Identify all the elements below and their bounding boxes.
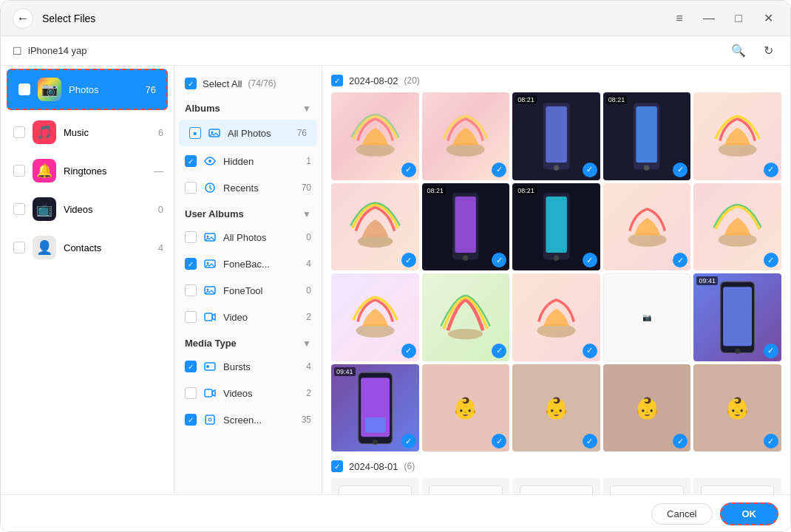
date-header-1[interactable]: ✓ 2024-08-01 (6) [331, 460, 781, 472]
videos-label: Videos [64, 204, 158, 215]
photo-cell[interactable]: ✓ [603, 183, 691, 271]
photo-cell[interactable]: ✓ [331, 273, 419, 361]
ok-button[interactable]: OK [720, 502, 779, 525]
close-button[interactable]: ✕ [758, 8, 778, 29]
user-album-fonetool[interactable]: FoneTool 0 [174, 277, 322, 304]
svg-rect-43 [365, 417, 385, 433]
album-hidden[interactable]: ✓ Hidden 1 [174, 148, 322, 174]
photo-cell[interactable]: 👶 ✓ [603, 364, 691, 452]
photo-cell[interactable]: ✓ [512, 273, 600, 361]
album-recents[interactable]: Recents 70 [174, 174, 322, 201]
sidebar-item-contacts[interactable]: 👤 Contacts 4 [1, 228, 174, 267]
photo-cell[interactable]: ✓ [422, 273, 510, 361]
ringtones-checkbox[interactable] [13, 165, 25, 177]
svg-rect-30 [546, 197, 566, 253]
svg-point-35 [448, 329, 483, 339]
date-label-1: 2024-08-01 [349, 461, 398, 472]
user-albums-section-header[interactable]: User Albums ▼ [174, 201, 322, 224]
music-checkbox[interactable] [13, 126, 25, 138]
menu-button[interactable]: ≡ [669, 8, 690, 29]
photo-cell[interactable]: "FoneBackup" vorrebbe accedere ai tuoi c… [422, 478, 510, 494]
all-photos-label: All Photos [228, 128, 291, 139]
maximize-button[interactable]: □ [728, 8, 749, 29]
fonetool-count: 0 [306, 285, 311, 296]
photo-cell[interactable]: ✓ [331, 183, 419, 271]
album-all-photos[interactable]: All Photos 76 [179, 120, 317, 146]
recents-checkbox[interactable] [185, 182, 197, 194]
videos-checkbox[interactable] [13, 203, 25, 215]
photo-cell[interactable]: 👶 ✓ [693, 364, 781, 452]
photo-cell[interactable]: "FoneBackup" desidera accedere ai conten… [512, 478, 600, 494]
bursts-checkbox[interactable]: ✓ [185, 361, 197, 372]
photo-cell[interactable]: 08:21 ✓ [422, 183, 510, 271]
user-album-all-photos[interactable]: All Photos 0 [174, 224, 322, 250]
contacts-icon: 👤 [33, 236, 56, 259]
music-icon: 🎵 [33, 120, 56, 144]
hidden-checkbox[interactable]: ✓ [185, 155, 197, 167]
contacts-checkbox[interactable] [13, 242, 25, 253]
media-videos[interactable]: Videos 2 [174, 380, 322, 406]
photo-cell[interactable]: 📷 [603, 273, 691, 361]
albums-arrow: ▼ [302, 103, 311, 114]
select-all-count: (74/76) [248, 78, 276, 89]
photo-check: ✓ [583, 253, 597, 267]
user-all-photos-checkbox[interactable] [185, 231, 197, 243]
photo-cell[interactable]: "FoneBackup" vorrebbe accedere alle tue … [693, 478, 781, 494]
date-checkbox-1[interactable]: ✓ [331, 460, 343, 472]
maximize-icon: □ [735, 12, 742, 25]
cancel-button[interactable]: Cancel [651, 503, 712, 525]
photo-cell[interactable]: 👶 ✓ [512, 364, 600, 452]
date-header-0[interactable]: ✓ 2024-08-02 (20) [331, 75, 781, 86]
photo-cell[interactable]: ✓ [422, 92, 510, 180]
photo-cell[interactable]: ✓ [693, 92, 781, 180]
media-type-arrow: ▼ [302, 338, 311, 349]
media-videos-checkbox[interactable] [185, 387, 197, 399]
photo-check: ✓ [764, 344, 778, 358]
video-checkbox[interactable] [185, 311, 197, 323]
photo-cell[interactable]: ✓ [693, 183, 781, 271]
user-album-video[interactable]: Video 2 [174, 304, 322, 330]
photo-check: ✓ [401, 344, 416, 358]
fonetool-checkbox[interactable] [185, 284, 197, 296]
screen-checkbox[interactable]: ✓ [185, 414, 197, 426]
music-count: 6 [158, 127, 163, 138]
search-icon: 🔍 [731, 44, 746, 58]
window-controls: ≡ — □ ✕ [669, 8, 778, 29]
minimize-button[interactable]: — [699, 8, 719, 29]
photo-cell[interactable]: 08:21 ✓ [512, 92, 600, 180]
photo-cell[interactable]: 09:41 ✓ [331, 364, 419, 452]
media-screen[interactable]: ✓ Screen... 35 [174, 406, 322, 433]
date-checkbox-0[interactable]: ✓ [331, 75, 343, 86]
albums-section-header[interactable]: Albums ▼ [174, 95, 322, 118]
photo-cell[interactable]: 08:21 ✓ [512, 183, 600, 271]
sidebar-item-videos[interactable]: 📺 Videos 0 [1, 190, 174, 228]
search-button[interactable]: 🔍 [728, 41, 749, 61]
photo-cell[interactable]: 09:41 ✓ [693, 273, 781, 361]
user-album-fonebac[interactable]: ✓ FoneBac... 4 [174, 250, 322, 277]
fonebac-checkbox[interactable]: ✓ [185, 258, 197, 270]
fonebac-count: 4 [306, 259, 311, 269]
photo-cell[interactable]: 08:21 ✓ [603, 92, 691, 180]
photo-check: ✓ [401, 163, 416, 177]
photo-cell[interactable]: "FoneBackup" desidera accedere alle tue … [603, 478, 691, 494]
photo-time: 08:21 [515, 186, 537, 195]
photo-cell[interactable]: ✓ [331, 92, 419, 180]
sidebar-item-photos[interactable]: 📷 Photos 76 [7, 69, 168, 110]
photo-cell[interactable]: "FoneBackup" vorrebbe accedere ai tuoi c… [331, 478, 419, 494]
sidebar-item-ringtones[interactable]: 🔔 Ringtones — [1, 151, 174, 190]
select-all-checkbox[interactable]: ✓ [185, 78, 197, 89]
photo-cell[interactable]: 👶 ✓ [422, 364, 510, 452]
screen-label: Screen... [223, 415, 296, 426]
svg-point-7 [207, 262, 209, 265]
photos-checkbox[interactable] [18, 83, 30, 95]
refresh-icon: ↻ [764, 44, 773, 58]
svg-point-28 [463, 256, 468, 261]
photo-check: ✓ [673, 163, 688, 177]
media-bursts[interactable]: ✓ Bursts 4 [174, 353, 322, 380]
refresh-button[interactable]: ↻ [758, 41, 778, 61]
all-photos-checkbox[interactable] [189, 127, 201, 139]
sidebar-item-music[interactable]: 🎵 Music 6 [1, 113, 174, 151]
back-button[interactable]: ← [13, 8, 33, 29]
select-all-row[interactable]: ✓ Select All (74/76) [174, 72, 322, 95]
media-type-section-header[interactable]: Media Type ▼ [174, 330, 322, 353]
